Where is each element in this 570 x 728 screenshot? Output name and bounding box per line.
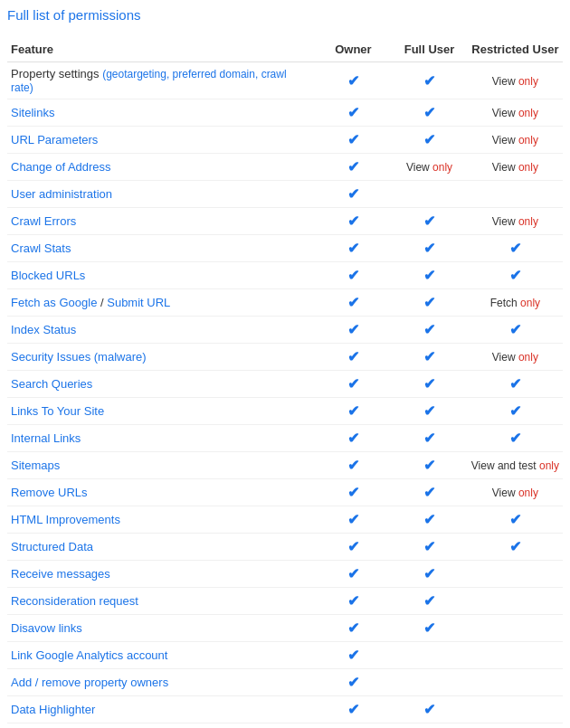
- feature-cell: Index Status: [7, 317, 316, 344]
- check-icon: ✔: [347, 593, 359, 609]
- table-row: Remove URLs✔✔View only: [7, 479, 563, 506]
- fulluser-cell: ✔: [391, 344, 468, 371]
- owner-cell: ✔: [316, 479, 392, 506]
- fulluser-cell: ✔: [391, 262, 468, 289]
- feature-link[interactable]: Sitelinks: [11, 106, 54, 119]
- check-icon: ✔: [509, 268, 521, 283]
- table-row: Property settings (geotargeting, preferr…: [7, 62, 563, 99]
- table-row: Reconsideration request✔✔: [7, 588, 563, 615]
- check-icon: ✔: [423, 403, 435, 419]
- feature-cell: HTML Improvements: [7, 506, 316, 534]
- feature-link[interactable]: Change of Address: [11, 160, 111, 174]
- feature-link[interactable]: Sitemaps: [11, 459, 60, 472]
- page-title: Full list of permissions: [7, 7, 563, 23]
- fulluser-cell: ✔: [391, 317, 468, 344]
- feature-link[interactable]: URL Parameters: [11, 133, 98, 147]
- preferred-domain-link[interactable]: preferred domain: [173, 68, 255, 80]
- owner-cell: ✔: [316, 588, 392, 615]
- feature-cell: Crawl Stats: [7, 235, 316, 262]
- owner-cell: ✔: [316, 696, 392, 723]
- restricteduser-cell: View only: [468, 208, 563, 235]
- owner-cell: ✔: [316, 62, 392, 99]
- check-icon: ✔: [347, 73, 359, 89]
- restricteduser-cell: [468, 181, 563, 208]
- table-row: Sitelinks✔✔View only: [7, 99, 563, 127]
- owner-cell: ✔: [316, 669, 392, 696]
- restricteduser-cell: Fetch only: [468, 289, 563, 317]
- owner-cell: ✔: [316, 127, 392, 154]
- fulluser-cell: ✔: [391, 398, 468, 425]
- feature-link[interactable]: Receive messages: [11, 567, 110, 581]
- owner-cell: ✔: [316, 398, 392, 425]
- feature-link[interactable]: HTML Improvements: [11, 513, 120, 526]
- restricteduser-cell: [468, 561, 563, 588]
- restricteduser-cell: ✔: [468, 262, 563, 289]
- submit-url-link[interactable]: Submit URL: [107, 296, 170, 309]
- fulluser-cell: [391, 181, 468, 208]
- feature-link[interactable]: Security Issues (malware): [11, 350, 147, 364]
- feature-link[interactable]: Remove URLs: [11, 486, 88, 499]
- fulluser-cell: ✔: [391, 452, 468, 479]
- table-row: Change of Address✔View onlyView only: [7, 154, 563, 181]
- fulluser-cell: ✔: [391, 371, 468, 398]
- table-row: Sitemaps✔✔View and test only: [7, 452, 563, 479]
- fulluser-cell: ✔: [391, 235, 468, 262]
- feature-link[interactable]: Link Google Analytics account: [11, 648, 167, 662]
- feature-link[interactable]: Crawl Errors: [11, 214, 76, 228]
- feature-link[interactable]: Search Queries: [11, 377, 92, 391]
- feature-link[interactable]: Add / remove property owners: [11, 676, 168, 689]
- feature-link[interactable]: Internal Links: [11, 431, 81, 445]
- table-row: Disavow links✔✔: [7, 615, 563, 642]
- table-row: Structured Data✔✔✔: [7, 534, 563, 561]
- owner-cell: ✔: [316, 99, 392, 127]
- restricteduser-cell: ✔: [468, 371, 563, 398]
- check-icon: ✔: [509, 376, 521, 392]
- check-icon: ✔: [347, 539, 359, 554]
- feature-link[interactable]: Structured Data: [11, 540, 93, 553]
- owner-cell: ✔: [316, 235, 392, 262]
- table-row: Security Issues (malware)✔✔View only: [7, 344, 563, 371]
- permissions-table: Feature Owner Full User Restricted User …: [7, 37, 563, 723]
- owner-cell: ✔: [316, 181, 392, 208]
- owner-cell: ✔: [316, 371, 392, 398]
- view-only-label: View only: [406, 161, 452, 174]
- col-header-fulluser: Full User: [391, 37, 468, 62]
- check-icon: ✔: [423, 73, 435, 89]
- check-icon: ✔: [423, 539, 435, 554]
- owner-cell: ✔: [316, 425, 392, 452]
- fetch-as-google-link[interactable]: Fetch as Google: [11, 296, 97, 309]
- check-icon: ✔: [509, 430, 521, 446]
- table-row: User administration✔: [7, 181, 563, 208]
- feature-cell: Crawl Errors: [7, 208, 316, 235]
- owner-cell: ✔: [316, 506, 392, 534]
- feature-link[interactable]: Crawl Stats: [11, 241, 71, 255]
- table-row: Add / remove property owners✔: [7, 669, 563, 696]
- check-icon: ✔: [423, 430, 435, 446]
- feature-cell: Disavow links: [7, 615, 316, 642]
- check-icon: ✔: [509, 322, 521, 337]
- check-icon: ✔: [347, 295, 359, 310]
- feature-link[interactable]: Index Status: [11, 323, 76, 336]
- feature-link[interactable]: Reconsideration request: [11, 594, 138, 608]
- view-only-label: View only: [492, 134, 538, 147]
- feature-cell: Reconsideration request: [7, 588, 316, 615]
- feature-link[interactable]: Data Highlighter: [11, 703, 95, 716]
- owner-cell: ✔: [316, 262, 392, 289]
- table-row: Search Queries✔✔✔: [7, 371, 563, 398]
- fulluser-cell: ✔: [391, 479, 468, 506]
- feature-link[interactable]: User administration: [11, 187, 112, 201]
- check-icon: ✔: [509, 512, 521, 527]
- fulluser-cell: ✔: [391, 62, 468, 99]
- feature-link[interactable]: Links To Your Site: [11, 404, 104, 418]
- owner-cell: ✔: [316, 208, 392, 235]
- feature-link[interactable]: Disavow links: [11, 621, 82, 635]
- fulluser-cell: ✔: [391, 534, 468, 561]
- col-header-owner: Owner: [316, 37, 392, 62]
- feature-link[interactable]: Blocked URLs: [11, 269, 85, 282]
- geotargeting-link[interactable]: geotargeting: [106, 68, 166, 80]
- check-icon: ✔: [423, 485, 435, 500]
- restricteduser-cell: View only: [468, 344, 563, 371]
- feature-cell: Internal Links: [7, 425, 316, 452]
- view-only-label: View only: [492, 161, 538, 174]
- fulluser-cell: ✔: [391, 127, 468, 154]
